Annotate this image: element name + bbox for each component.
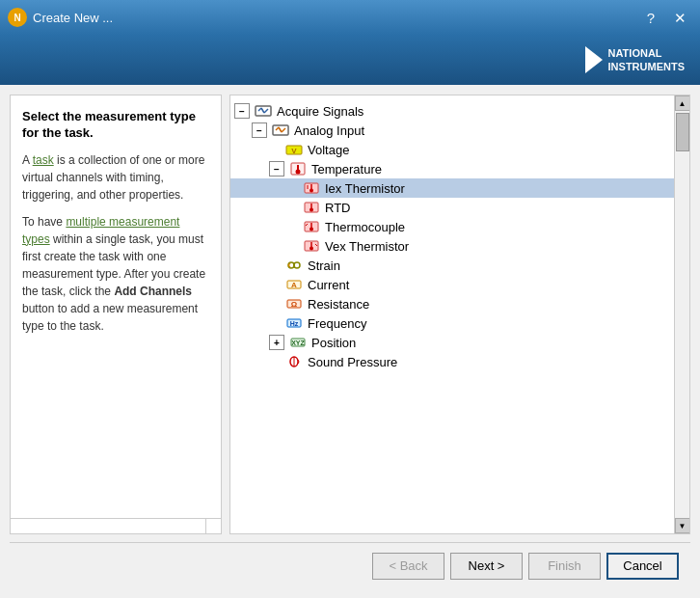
expand-analog-input[interactable]: − — [252, 122, 267, 138]
left-scroll-arrows — [11, 518, 221, 533]
voltage-label: Voltage — [308, 143, 349, 157]
left-panel-content: Select the measurement type for the task… — [11, 95, 221, 518]
ni-logo-text: NATIONAL INSTRUMENTS — [608, 46, 685, 74]
tree-item-strain[interactable]: Strain — [230, 256, 674, 275]
right-panel: − Acquire Signals − Analog Input — [229, 95, 690, 534]
svg-point-14 — [296, 170, 301, 175]
right-scrollbar[interactable]: ▲ ▼ — [674, 95, 689, 533]
sound-pressure-label: Sound Pressure — [308, 355, 397, 369]
analog-input-label: Analog Input — [294, 123, 364, 138]
svg-point-22 — [310, 208, 313, 212]
left-panel-para1: A task is a collection of one or more vi… — [22, 151, 209, 204]
frequency-icon: Hz — [284, 315, 304, 331]
voltage-icon: V — [284, 142, 304, 157]
resistance-icon: Ω — [284, 296, 304, 312]
svg-text:XYZ: XYZ — [291, 340, 305, 346]
app-icon: N — [8, 8, 27, 27]
panels-container: Select the measurement type for the task… — [10, 95, 690, 534]
tree-item-iex-thermistor[interactable]: Iex Thermistor — [230, 178, 674, 198]
position-icon: XYZ — [288, 335, 308, 350]
current-icon: A — [284, 277, 304, 292]
rtd-label: RTD — [325, 201, 350, 215]
tree-item-vex-thermistor[interactable]: Vex Thermistor — [230, 236, 674, 256]
cancel-button[interactable]: Cancel — [606, 553, 679, 580]
strain-icon — [284, 258, 304, 273]
vex-thermistor-label: Vex Thermistor — [325, 239, 409, 254]
acquire-label: Acquire Signals — [277, 104, 363, 119]
help-button[interactable]: ? — [641, 9, 660, 27]
thermocouple-label: Thermocouple — [325, 220, 405, 234]
tree-item-current[interactable]: A Current — [230, 275, 674, 294]
tree-item-temperature[interactable]: − Temperature — [230, 159, 674, 178]
vex-thermistor-icon — [302, 238, 321, 254]
main-content: Select the measurement type for the task… — [0, 85, 700, 598]
tree-item-position[interactable]: + XYZ Position — [230, 333, 674, 352]
iex-thermistor-icon — [302, 180, 321, 196]
task-link[interactable]: task — [33, 153, 54, 167]
expand-temperature[interactable]: − — [269, 161, 284, 177]
finish-button[interactable]: Finish — [528, 553, 601, 580]
svg-text:V: V — [291, 147, 297, 155]
temperature-label: Temperature — [311, 162, 382, 177]
tree-item-thermocouple[interactable]: Thermocouple — [230, 217, 674, 236]
iex-thermistor-label: Iex Thermistor — [325, 181, 405, 196]
expand-position[interactable]: + — [269, 335, 284, 350]
rtd-icon — [302, 200, 321, 215]
tree-item-acquire[interactable]: − Acquire Signals — [230, 101, 674, 121]
left-panel-para2: To have multiple measurement types withi… — [22, 213, 209, 335]
tree-item-resistance[interactable]: Ω Resistance — [230, 294, 674, 313]
temperature-icon — [288, 161, 308, 177]
strain-label: Strain — [308, 258, 340, 273]
scroll-down-arrow[interactable]: ▼ — [675, 518, 690, 533]
acquire-icon — [254, 103, 273, 119]
tree-item-sound-pressure[interactable]: Sound Pressure — [230, 352, 674, 371]
scroll-thumb — [676, 113, 689, 151]
thermocouple-icon — [302, 219, 321, 234]
left-panel-heading: Select the measurement type for the task… — [22, 109, 209, 142]
svg-text:A: A — [291, 281, 297, 289]
tree-item-rtd[interactable]: RTD — [230, 198, 674, 217]
next-button[interactable]: Next > — [450, 553, 523, 580]
svg-text:N: N — [13, 13, 20, 23]
resistance-label: Resistance — [308, 297, 369, 312]
expand-acquire[interactable]: − — [234, 103, 250, 119]
svg-text:Hz: Hz — [290, 320, 299, 327]
left-panel: Select the measurement type for the task… — [10, 95, 222, 534]
close-button[interactable]: ✕ — [668, 9, 692, 27]
scroll-up-arrow[interactable]: ▲ — [675, 95, 690, 111]
current-label: Current — [308, 278, 349, 292]
svg-point-17 — [310, 189, 313, 193]
svg-point-32 — [294, 262, 300, 268]
title-bar: N Create New ... ? ✕ — [0, 0, 700, 35]
svg-point-29 — [310, 247, 313, 251]
sound-pressure-icon — [284, 354, 304, 369]
svg-text:Ω: Ω — [291, 300, 298, 309]
window-controls: ? ✕ — [641, 9, 692, 27]
position-label: Position — [311, 336, 356, 350]
add-channels-bold: Add Channels — [114, 285, 192, 298]
svg-line-8 — [279, 127, 282, 132]
svg-line-9 — [282, 128, 285, 132]
ni-logo: NATIONAL INSTRUMENTS — [585, 46, 685, 74]
frequency-label: Frequency — [308, 316, 366, 331]
tree-container[interactable]: − Acquire Signals − Analog Input — [230, 95, 674, 533]
tree-item-voltage[interactable]: V Voltage — [230, 140, 674, 159]
svg-point-25 — [310, 228, 313, 231]
tree-item-analog-input[interactable]: − Analog Input — [230, 121, 674, 140]
analog-input-icon — [271, 122, 290, 138]
back-button[interactable]: < Back — [372, 553, 444, 580]
svg-line-5 — [264, 109, 268, 113]
ni-header: NATIONAL INSTRUMENTS — [0, 35, 700, 85]
button-bar: < Back Next > Finish Cancel — [10, 542, 690, 588]
scroll-track — [675, 111, 689, 518]
window-title: Create New ... — [33, 11, 113, 25]
svg-line-4 — [261, 108, 264, 113]
ni-logo-arrow-icon — [585, 46, 603, 73]
tree-item-frequency[interactable]: Hz Frequency — [230, 313, 674, 333]
